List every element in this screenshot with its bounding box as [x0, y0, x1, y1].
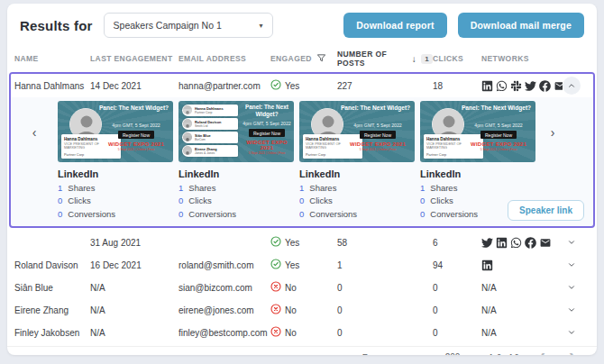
post-preview-card[interactable]: Panel: The Next Widget? Hanna Dahlmans V…: [299, 101, 415, 162]
engaged-badge: Yes: [270, 259, 337, 271]
post-preview-card[interactable]: Panel: The Next Widget? Hanna Dahlmans V…: [58, 101, 173, 162]
row-clicks: 94: [433, 260, 481, 270]
speaker-pill: Hanna DahlmansPartner Corp: [182, 105, 238, 116]
posts-carousel: ‹ Panel: The Next Widget? Hanna Dahlmans…: [11, 97, 593, 226]
rows-per-page-select[interactable]: 200 ▾: [444, 350, 471, 356]
collapse-row-button[interactable]: [563, 77, 581, 95]
register-now-button: Register Now: [360, 131, 396, 139]
engaged-value: No: [285, 328, 297, 338]
column-networks[interactable]: NETWORKS: [481, 54, 563, 63]
sort-desc-icon[interactable]: ↓: [412, 54, 416, 64]
email-icon: [554, 80, 563, 92]
pagination-range: 1-6 of 6: [489, 353, 519, 356]
engaged-no-icon: [270, 326, 281, 339]
row-email: hanna@partner.com: [178, 81, 270, 91]
row-networks: [481, 80, 563, 92]
speaker-pill: Eirene ZhangJones & Jones: [182, 145, 238, 157]
post-preview-card[interactable]: Panel: The Next Widget? Hanna Dahlmans V…: [420, 101, 535, 162]
engaged-badge: Yes: [270, 236, 337, 249]
download-report-button[interactable]: Download report: [343, 13, 446, 38]
carousel-next-button[interactable]: ›: [535, 101, 570, 164]
post-conversions: 0Conversions: [299, 209, 415, 219]
row-networks: N/A: [481, 283, 563, 293]
top-bar: Results for Speakers Campaign No 1 ▾ Dow…: [7, 4, 597, 45]
post-shares: 1Shares: [58, 183, 173, 193]
campaign-select-value: Speakers Campaign No 1: [114, 20, 222, 31]
column-name[interactable]: NAME: [14, 54, 90, 63]
row-last-engagement: N/A: [90, 305, 178, 315]
engaged-badge: No: [270, 281, 337, 294]
column-last-engagement[interactable]: LAST ENGAGEMENT: [90, 54, 178, 63]
post-item: Panel: The Next Widget? Hanna Dahlmans V…: [299, 101, 415, 219]
engaged-yes-icon: [270, 259, 281, 271]
event-logo: WIDGET EXPO 2021 5 Sept 2021 | Online | …: [471, 141, 526, 151]
column-engaged[interactable]: ENGAGED: [270, 53, 337, 65]
engaged-value: Yes: [285, 81, 299, 91]
expand-row-button[interactable]: [563, 278, 581, 296]
previous-page-button[interactable]: ❮: [537, 351, 546, 355]
row-posts: 227: [337, 81, 433, 91]
post-cards: Panel: The Next Widget? Hanna Dahlmans V…: [58, 101, 535, 219]
row-name: Siân Blue: [14, 283, 90, 293]
speaker-company: Partner Corp: [426, 152, 480, 157]
engaged-value: Yes: [285, 238, 299, 248]
table-row[interactable]: Roland Davison 16 Dec 2021 roland@smith.…: [7, 254, 597, 277]
page-title: Results for: [20, 18, 93, 33]
row-last-engagement: 16 Dec 2021: [90, 260, 178, 270]
engaged-value: Yes: [285, 260, 299, 270]
column-clicks[interactable]: CLICKS: [433, 54, 481, 63]
post-conversions: 0Conversions: [178, 209, 294, 219]
expand-row-button[interactable]: [563, 301, 581, 319]
speaker-link-button[interactable]: Speaker link: [508, 200, 584, 221]
table-row[interactable]: Eirene Zhang N/A eirene@jones.com No 0 0…: [7, 299, 597, 322]
engaged-no-icon: [270, 281, 281, 294]
table-row[interactable]: Hanna Dahlmans 14 Dec 2021 hanna@partner…: [11, 74, 593, 97]
table-header: NAME LAST ENGAGEMENT EMAIL ADDRESS ENGAG…: [7, 45, 597, 72]
post-conversions: 0Conversions: [58, 209, 173, 219]
filter-icon[interactable]: [316, 53, 326, 65]
engaged-value: No: [285, 305, 297, 315]
next-page-button[interactable]: ❯: [568, 351, 577, 355]
table-row[interactable]: Finley Jakobsen N/A finley@bestcomp.com …: [7, 322, 597, 344]
expand-row-button[interactable]: [563, 256, 581, 274]
speaker-company: Partner Corp: [64, 152, 118, 157]
event-logo: WIDGET EXPO 2021 5 Sept 2021 | Online | …: [242, 140, 292, 155]
row-name: Hanna Dahlmans: [14, 81, 90, 91]
expand-row-button[interactable]: [563, 323, 581, 341]
row-email: sian@bizcom.com: [178, 283, 270, 293]
post-card-title: Panel: The Next Widget?: [460, 105, 533, 112]
speaker-company: Partner Corp: [306, 152, 360, 157]
row-email: finley@bestcomp.com: [178, 328, 270, 338]
table-row[interactable]: Siân Blue N/A sian@bizcom.com No 0 0 N/A: [7, 277, 597, 299]
campaign-select[interactable]: Speakers Campaign No 1 ▾: [104, 13, 273, 38]
row-posts: 0: [337, 328, 433, 338]
engaged-yes-icon: [270, 236, 281, 249]
email-icon: [539, 237, 552, 249]
engaged-no-icon: [270, 304, 281, 316]
expand-row-button[interactable]: [563, 233, 581, 251]
table-row[interactable]: 31 Aug 2021 Yes 58 6: [7, 232, 597, 254]
carousel-prev-button[interactable]: ‹: [11, 101, 58, 164]
row-posts: 0: [337, 283, 433, 293]
post-preview-card[interactable]: Hanna DahlmansPartner Corp Roland Daviso…: [178, 101, 294, 162]
expanded-row-group: Hanna Dahlmans 14 Dec 2021 hanna@partner…: [9, 72, 595, 228]
column-posts[interactable]: NUMBER OF POSTS ↓ 1: [337, 50, 433, 68]
post-card-title: Panel: The Next Widget?: [97, 105, 170, 112]
pagination-bar: Rows per page: 200 ▾ 1-6 of 6 ❮ ❯: [7, 346, 597, 356]
post-network-label: LinkedIn: [299, 168, 415, 179]
speaker-avatar: [183, 146, 192, 155]
event-datetime: 4pm GMT, 5 Sept 2022: [112, 123, 160, 128]
post-network-label: LinkedIn: [420, 168, 535, 179]
row-last-engagement: 14 Dec 2021: [90, 81, 178, 91]
row-posts: 0: [337, 305, 433, 315]
twitter-icon: [525, 80, 536, 92]
row-clicks: 0: [433, 305, 481, 315]
row-clicks: 0: [433, 328, 481, 338]
speaker-avatar: [183, 132, 192, 141]
column-email[interactable]: EMAIL ADDRESS: [178, 54, 270, 63]
chevron-down-icon: ▾: [465, 353, 469, 355]
post-shares: 1Shares: [299, 183, 415, 193]
speaker-pills: Hanna DahlmansPartner Corp Roland Daviso…: [182, 105, 238, 157]
event-datetime: 4pm GMT, 5 Sept 2022: [353, 123, 401, 128]
download-mail-merge-button[interactable]: Download mail merge: [458, 13, 584, 38]
